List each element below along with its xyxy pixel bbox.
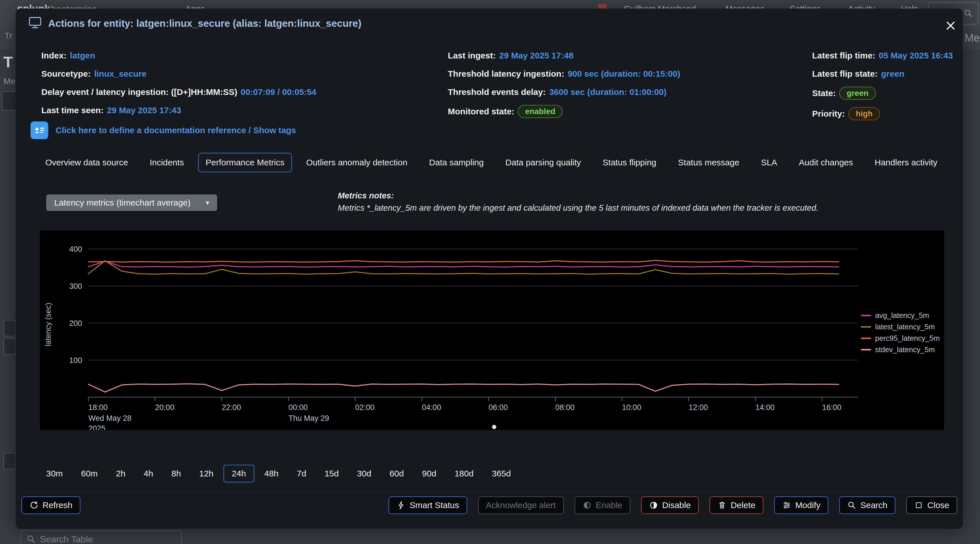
delete-button[interactable]: Delete	[710, 496, 764, 514]
legend-label: avg_latency_5m	[875, 311, 929, 320]
time-range-365d[interactable]: 365d	[484, 465, 519, 482]
metric-selector-value: Latency metrics (timechart average)	[54, 198, 191, 208]
svg-text:16:00: 16:00	[822, 403, 842, 412]
time-range-60m[interactable]: 60m	[73, 465, 106, 482]
time-range-48h[interactable]: 48h	[256, 465, 287, 482]
metrics-notes-title: Metrics notes:	[338, 191, 818, 200]
disable-button[interactable]: Disable	[641, 496, 698, 514]
svg-text:400: 400	[69, 245, 82, 253]
legend-item: perc95_latency_5m	[861, 334, 940, 343]
info-label: Last time seen:	[41, 105, 103, 115]
time-range-2h[interactable]: 2h	[108, 465, 134, 482]
refresh-icon	[29, 501, 38, 510]
refresh-button[interactable]: Refresh	[21, 496, 80, 514]
info-column-right: Latest flip time:05 May 2025 16:43Latest…	[812, 50, 953, 120]
info-label: Last ingest:	[448, 51, 496, 60]
info-value: 900 sec (duration: 00:15:00)	[568, 69, 680, 79]
time-range-30d[interactable]: 30d	[348, 465, 379, 482]
status-badge: enabled	[518, 105, 563, 118]
time-range-60d[interactable]: 60d	[382, 465, 412, 482]
info-label: Latest flip state:	[812, 69, 878, 79]
latency-chart-svg: 100200300400latency (sec)18:00Wed May 28…	[40, 231, 944, 430]
tab-incidents[interactable]: Incidents	[142, 153, 191, 172]
legend-swatch	[861, 349, 871, 350]
button-label: Smart Status	[410, 500, 459, 510]
trash-icon	[718, 501, 727, 510]
lightning-icon	[396, 501, 406, 510]
time-range-8h[interactable]: 8h	[163, 465, 189, 482]
info-label: Threshold events delay:	[448, 87, 546, 97]
tab-status-message[interactable]: Status message	[671, 153, 747, 172]
search-icon	[964, 8, 973, 18]
info-row: Threshold events delay:3600 sec (duratio…	[448, 87, 681, 97]
metric-selector-dropdown[interactable]: Latency metrics (timechart average) ▾	[46, 194, 217, 211]
chart-pager-dot[interactable]	[492, 425, 496, 429]
svg-text:20:00: 20:00	[155, 403, 175, 412]
info-value: 05 May 2025 16:43	[879, 51, 953, 60]
svg-text:latency (sec): latency (sec)	[44, 302, 52, 346]
svg-text:18:00: 18:00	[88, 403, 108, 412]
tab-outliers-anomaly-detection[interactable]: Outliers anomaly detection	[299, 153, 415, 172]
button-label: Refresh	[43, 500, 72, 510]
time-range-12h[interactable]: 12h	[191, 465, 222, 482]
tab-sla[interactable]: SLA	[754, 153, 785, 172]
time-range-selector: 30m60m2h4h8h12h24h48h7d15d30d60d90d180d3…	[38, 465, 519, 482]
toggle-left-icon	[583, 501, 592, 510]
svg-text:14:00: 14:00	[756, 403, 775, 412]
search-icon	[847, 501, 856, 510]
info-label: Monitored state:	[448, 107, 514, 116]
info-label: Latest flip time:	[812, 51, 875, 60]
close-icon[interactable]	[944, 19, 957, 32]
contact-card-icon	[30, 121, 48, 139]
modal-title: Actions for entity: latgen:linux_secure …	[48, 17, 361, 29]
latency-timechart: 100200300400latency (sec)18:00Wed May 28…	[40, 231, 944, 430]
documentation-reference-link[interactable]: Click here to define a documentation ref…	[30, 121, 296, 139]
legend-item: avg_latency_5m	[861, 311, 940, 320]
info-label: Delay event / latency ingestion: ([D+]HH…	[41, 87, 237, 97]
time-range-24h[interactable]: 24h	[223, 465, 254, 482]
tab-data-parsing-quality[interactable]: Data parsing quality	[498, 153, 588, 172]
tab-data-sampling[interactable]: Data sampling	[422, 153, 491, 172]
info-row: Last time seen:29 May 2025 17:43	[41, 105, 317, 116]
time-range-30m[interactable]: 30m	[38, 465, 71, 482]
time-range-90d[interactable]: 90d	[414, 465, 445, 482]
svg-text:00:00: 00:00	[288, 403, 308, 412]
legend-label: perc95_latency_5m	[875, 334, 940, 343]
info-value: latgen	[70, 51, 95, 60]
info-row: Threshold latency ingestion:900 sec (dur…	[448, 68, 681, 79]
smart-status-button[interactable]: Smart Status	[388, 496, 467, 514]
info-row: Latest flip time:05 May 2025 16:43	[812, 50, 953, 61]
modal-footer: Refresh Smart StatusAcknowledge alertEna…	[21, 492, 957, 514]
tab-handlers-activity[interactable]: Handlers activity	[867, 153, 945, 172]
time-range-15d[interactable]: 15d	[316, 465, 347, 482]
entity-actions-modal: Actions for entity: latgen:linux_secure …	[16, 8, 963, 529]
tab-overview-data-source[interactable]: Overview data source	[38, 153, 135, 172]
time-range-7d[interactable]: 7d	[288, 465, 314, 482]
close-button[interactable]: Close	[906, 496, 957, 514]
legend-swatch	[861, 315, 871, 316]
info-label: Threshold latency ingestion:	[448, 69, 564, 79]
chart-legend: avg_latency_5mlatest_latency_5mperc95_la…	[861, 311, 940, 354]
metrics-notes-body: Metrics *_latency_5m are driven by the i…	[338, 203, 818, 213]
svg-text:22:00: 22:00	[222, 403, 241, 412]
search-table-input[interactable]: Search Table	[21, 530, 182, 544]
tab-audit-changes[interactable]: Audit changes	[791, 153, 860, 172]
tab-performance-metrics[interactable]: Performance Metrics	[198, 153, 292, 172]
info-label: Index:	[41, 51, 67, 60]
modal-tabs: Overview data sourceIncidentsPerformance…	[38, 153, 945, 172]
search-button[interactable]: Search	[839, 496, 895, 514]
info-row: Index:latgen	[41, 50, 317, 61]
time-range-4h[interactable]: 4h	[135, 465, 161, 482]
legend-item: stdev_latency_5m	[861, 345, 940, 354]
svg-text:04:00: 04:00	[422, 403, 441, 412]
legend-swatch	[861, 326, 871, 328]
toggle-right-icon	[649, 501, 658, 510]
modify-button[interactable]: Modify	[774, 496, 828, 514]
svg-text:06:00: 06:00	[488, 403, 508, 412]
button-label: Close	[927, 500, 949, 510]
time-range-180d[interactable]: 180d	[446, 465, 482, 482]
search-icon	[26, 534, 36, 544]
button-label: Enable	[596, 500, 622, 510]
tab-status-flipping[interactable]: Status flipping	[595, 153, 663, 172]
info-row: State:green	[812, 87, 953, 100]
